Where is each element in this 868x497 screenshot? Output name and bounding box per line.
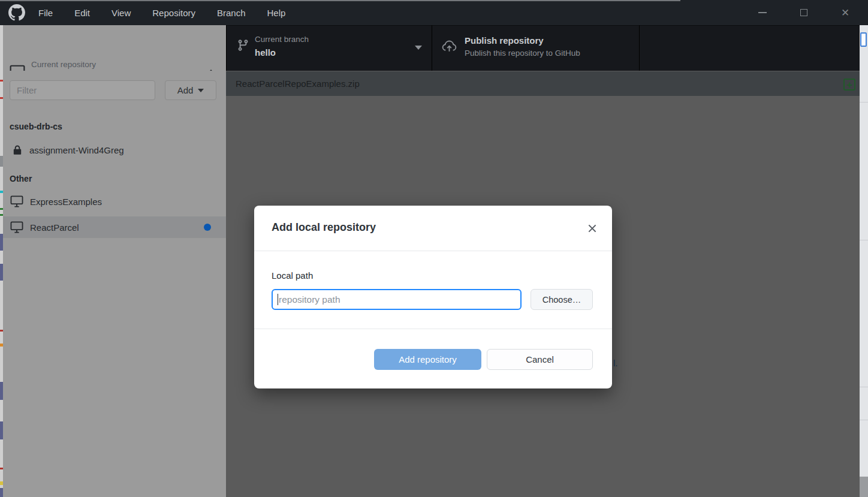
repo-list-item-reactparcel[interactable]: ReactParcel xyxy=(0,216,226,238)
chevron-down-icon xyxy=(198,89,204,92)
dialog-divider xyxy=(254,329,612,329)
repo-item-label: ExpressExamples xyxy=(30,197,102,207)
menu-repository[interactable]: Repository xyxy=(152,8,195,18)
desktop-sliver xyxy=(0,214,3,216)
changed-file-name: ReactParcelRepoExamples.zip xyxy=(236,79,360,89)
menu-branch[interactable]: Branch xyxy=(217,8,246,18)
git-branch-icon xyxy=(237,39,249,52)
github-logo-icon xyxy=(8,4,25,21)
background-window-footer xyxy=(860,477,868,497)
current-repository-label: Current repository xyxy=(31,60,96,69)
close-window-button[interactable]: ✕ xyxy=(831,0,859,25)
cancel-button[interactable]: Cancel xyxy=(487,349,593,370)
menu-file[interactable]: File xyxy=(38,8,53,18)
repo-group-header: Other xyxy=(10,174,32,183)
desktop-sliver xyxy=(0,80,3,82)
desktop-sliver xyxy=(0,330,3,332)
desktop-sliver xyxy=(0,208,3,210)
desktop-sliver xyxy=(0,156,3,167)
toolbar-divider xyxy=(639,25,640,71)
add-repository-button[interactable]: Add repository xyxy=(374,349,481,370)
add-button-label: Add xyxy=(177,85,194,95)
text-cursor xyxy=(278,294,278,305)
repo-group-header: csueb-drb-cs xyxy=(10,122,62,131)
desktop-sliver xyxy=(0,264,3,281)
close-dialog-button[interactable] xyxy=(587,223,598,234)
background-window-separator xyxy=(860,102,868,103)
repo-item-label: ReactParcel xyxy=(30,222,79,233)
desktop-sliver xyxy=(0,344,3,347)
local-path-label: Local path xyxy=(272,270,313,281)
add-local-repository-dialog: Add local repository Local path reposito… xyxy=(254,206,612,388)
dialog-header: Add local repository xyxy=(254,206,612,251)
maximize-button[interactable] xyxy=(790,0,818,25)
publish-repository-subtitle: Publish this repository to GitHub xyxy=(465,49,580,58)
desktop-edge-left xyxy=(0,25,3,497)
menu-view[interactable]: View xyxy=(111,8,131,18)
changed-file-row[interactable]: ReactParcelRepoExamples.zip xyxy=(226,71,868,96)
current-branch-label: Current branch xyxy=(255,35,309,44)
menu-help[interactable]: Help xyxy=(267,8,286,18)
desktop-sliver xyxy=(0,468,3,469)
monitor-icon xyxy=(10,195,23,207)
repo-list-item-assignment-wind4greg[interactable]: assignment-Wind4Greg xyxy=(0,140,226,160)
desktop-sliver xyxy=(0,97,3,99)
publish-repository-title: Publish repository xyxy=(465,35,544,46)
background-text-fragment: l. xyxy=(613,358,618,368)
desktop-sliver xyxy=(0,421,3,439)
background-window-separator xyxy=(860,240,868,240)
desktop-edge-right xyxy=(860,25,868,497)
current-branch-selector[interactable]: Current branch hello xyxy=(227,25,432,71)
background-window-separator xyxy=(860,387,868,387)
desktop-sliver xyxy=(0,191,3,193)
lock-icon xyxy=(12,144,23,156)
menu-bar: File Edit View Repository Branch Help xyxy=(38,0,307,25)
current-repo-dot-icon xyxy=(204,224,211,231)
monitor-icon xyxy=(10,221,23,233)
publish-repository-button[interactable]: Publish repository Publish this reposito… xyxy=(432,25,639,71)
repo-list-item-expressexamples[interactable]: ExpressExamples xyxy=(0,191,226,212)
close-window-icon: ✕ xyxy=(841,8,849,18)
add-dropdown-button[interactable]: Add xyxy=(165,80,216,100)
local-path-placeholder: repository path xyxy=(279,294,340,305)
maximize-icon xyxy=(800,9,807,16)
desktop-sliver xyxy=(0,481,3,485)
chevron-down-icon xyxy=(415,46,422,50)
minimize-icon xyxy=(758,12,767,13)
desktop-sliver xyxy=(0,488,3,497)
current-branch-value: hello xyxy=(255,47,276,58)
desktop-sliver xyxy=(0,234,3,251)
desktop-sliver xyxy=(0,382,3,400)
title-bar: File Edit View Repository Branch Help ✕ xyxy=(0,0,868,25)
background-window-fragment xyxy=(860,32,867,47)
local-path-input[interactable]: repository path xyxy=(272,289,522,310)
choose-button[interactable]: Choose… xyxy=(531,289,593,310)
filter-input[interactable]: Filter xyxy=(10,80,155,100)
repository-list-panel: Filter Add csueb-drb-cs assignment-Wind4… xyxy=(0,71,226,497)
repo-item-label: assignment-Wind4Greg xyxy=(29,145,124,155)
minimize-button[interactable] xyxy=(749,0,776,25)
menu-edit[interactable]: Edit xyxy=(74,8,90,18)
plus-added-icon: + xyxy=(843,79,855,91)
upload-cloud-icon xyxy=(441,38,457,54)
current-repository-selector[interactable]: Current repository ReactParcel xyxy=(0,25,226,71)
background-window-separator xyxy=(860,420,868,420)
dialog-title: Add local repository xyxy=(272,221,376,234)
